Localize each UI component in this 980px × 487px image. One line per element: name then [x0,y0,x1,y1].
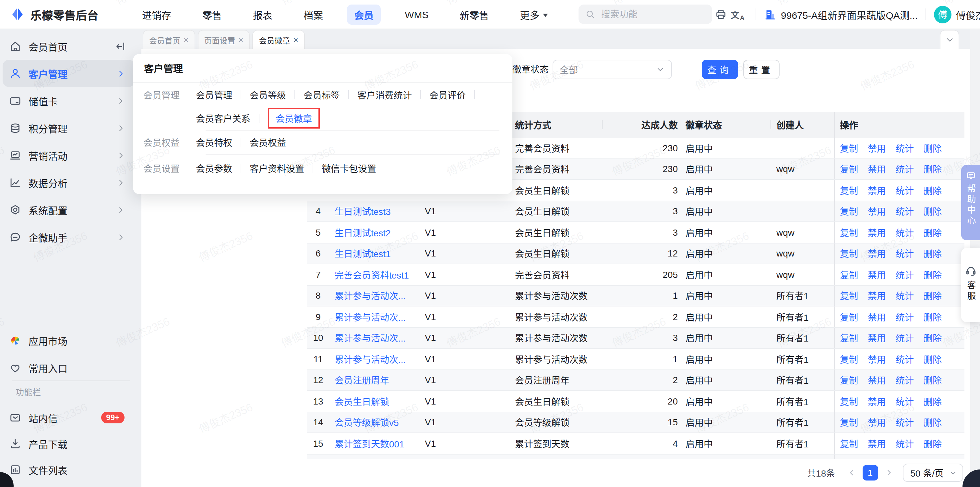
tab-list-button[interactable] [940,30,959,49]
op-禁用-link[interactable]: 禁用 [868,374,886,387]
op-统计-link[interactable]: 统计 [896,374,914,387]
op-统计-link[interactable]: 统计 [896,289,914,302]
badge-name-link[interactable]: 累计参与活动次... [335,289,406,302]
op-复制-link[interactable]: 复制 [840,289,858,302]
op-统计-link[interactable]: 统计 [896,163,914,176]
badge-status-select[interactable]: 全部 [553,60,672,79]
menu-link-会员特权[interactable]: 会员特权 [196,136,232,149]
translate-icon[interactable]: 文A [730,7,748,22]
print-icon[interactable] [712,5,730,23]
topnav-item-进销存[interactable]: 进销存 [135,4,178,24]
op-禁用-link[interactable]: 禁用 [868,226,886,239]
sidebar-item-产品下载[interactable]: 产品下载 [3,431,135,457]
op-复制-link[interactable]: 复制 [840,332,858,345]
tab-会员徽章[interactable]: 会员徽章× [252,30,304,49]
op-禁用-link[interactable]: 禁用 [868,416,886,429]
op-删除-link[interactable]: 删除 [924,416,942,429]
menu-link-会员参数[interactable]: 会员参数 [196,162,232,175]
op-禁用-link[interactable]: 禁用 [868,163,886,176]
op-统计-link[interactable]: 统计 [896,310,914,323]
op-统计-link[interactable]: 统计 [896,226,914,239]
op-复制-link[interactable]: 复制 [840,416,858,429]
search-input[interactable] [600,8,697,20]
op-统计-link[interactable]: 统计 [896,268,914,281]
sidebar-item-企微助手[interactable]: 企微助手 [3,224,135,251]
op-删除-link[interactable]: 删除 [924,374,942,387]
tab-页面设置[interactable]: 页面设置× [197,30,250,49]
op-删除-link[interactable]: 删除 [924,353,942,366]
function-search[interactable] [579,5,712,24]
op-复制-link[interactable]: 复制 [840,184,858,197]
menu-link-会员等级[interactable]: 会员等级 [250,88,286,101]
op-删除-link[interactable]: 删除 [924,437,942,450]
badge-name-link[interactable]: 生日测试test3 [335,205,391,218]
op-禁用-link[interactable]: 禁用 [868,142,886,155]
topnav-item-报表[interactable]: 报表 [246,4,280,24]
op-复制-link[interactable]: 复制 [840,268,858,281]
op-统计-link[interactable]: 统计 [896,205,914,218]
badge-name-link[interactable]: 累计参与活动次... [335,310,406,323]
op-禁用-link[interactable]: 禁用 [868,310,886,323]
op-复制-link[interactable]: 复制 [840,395,858,408]
op-复制-link[interactable]: 复制 [840,374,858,387]
op-禁用-link[interactable]: 禁用 [868,247,886,260]
sidebar-item-站内信[interactable]: 站内信99+ [3,404,135,431]
menu-link-会员客户关系[interactable]: 会员客户关系 [196,112,250,125]
sidebar-item-积分管理[interactable]: 积分管理 [3,114,135,142]
op-统计-link[interactable]: 统计 [896,395,914,408]
op-统计-link[interactable]: 统计 [896,184,914,197]
sidebar-item-数据分析[interactable]: 数据分析 [3,169,135,196]
op-删除-link[interactable]: 删除 [924,268,942,281]
op-统计-link[interactable]: 统计 [896,247,914,260]
op-复制-link[interactable]: 复制 [840,247,858,260]
badge-name-link[interactable]: 完善会员资料test1 [335,268,409,281]
store-selector[interactable]: 99675-A组新界面果蔬版QA测... [764,8,918,21]
op-删除-link[interactable]: 删除 [924,289,942,302]
op-禁用-link[interactable]: 禁用 [868,268,886,281]
op-复制-link[interactable]: 复制 [840,310,858,323]
sidebar-item-储值卡[interactable]: 储值卡 [3,87,135,114]
topnav-item-WMS[interactable]: WMS [398,5,436,23]
op-禁用-link[interactable]: 禁用 [868,289,886,302]
sidebar-item-会员首页[interactable]: 会员首页 [3,32,135,60]
op-统计-link[interactable]: 统计 [896,353,914,366]
op-禁用-link[interactable]: 禁用 [868,184,886,197]
menu-link-会员评价[interactable]: 会员评价 [430,88,466,101]
menu-link-会员标签[interactable]: 会员标签 [304,88,340,101]
collapse-sidebar-icon[interactable] [115,41,130,52]
op-复制-link[interactable]: 复制 [840,205,858,218]
next-page-button[interactable] [883,467,895,479]
op-复制-link[interactable]: 复制 [840,226,858,239]
op-禁用-link[interactable]: 禁用 [868,353,886,366]
op-禁用-link[interactable]: 禁用 [868,395,886,408]
op-禁用-link[interactable]: 禁用 [868,437,886,450]
op-复制-link[interactable]: 复制 [840,437,858,450]
badge-name-link[interactable]: 生日测试test2 [335,226,391,239]
topnav-item-会员[interactable]: 会员 [347,4,381,24]
menu-link-会员权益[interactable]: 会员权益 [250,136,286,149]
menu-link-会员管理[interactable]: 会员管理 [196,88,232,101]
op-复制-link[interactable]: 复制 [840,142,858,155]
op-禁用-link[interactable]: 禁用 [868,205,886,218]
op-统计-link[interactable]: 统计 [896,332,914,345]
query-button[interactable]: 查询 [702,60,738,79]
page-size-select[interactable]: 50 条/页 [902,464,963,482]
badge-name-link[interactable]: 会员生日解锁 [335,395,389,408]
topnav-item-更多[interactable]: 更多 [513,4,555,24]
tab-close-icon[interactable]: × [183,35,188,45]
op-删除-link[interactable]: 删除 [924,142,942,155]
help-center-button[interactable]: 帮助中心 [961,165,980,240]
sidebar-item-营销活动[interactable]: 营销活动 [3,142,135,169]
user-menu[interactable]: 傅 傅俊杰 [934,5,980,23]
topnav-item-零售[interactable]: 零售 [195,4,229,24]
op-统计-link[interactable]: 统计 [896,416,914,429]
sidebar-item-文件列表[interactable]: 文件列表 [3,457,135,482]
op-删除-link[interactable]: 删除 [924,205,942,218]
tab-close-icon[interactable]: × [239,35,243,45]
sidebar-item-应用市场[interactable]: 应用市场 [3,327,135,354]
op-删除-link[interactable]: 删除 [924,226,942,239]
badge-name-link[interactable]: 会员等级解锁v5 [335,416,399,429]
op-删除-link[interactable]: 删除 [924,184,942,197]
menu-link-会员徽章[interactable]: 会员徽章 [276,112,312,125]
badge-name-link[interactable]: 累计签到天数001 [335,437,404,450]
